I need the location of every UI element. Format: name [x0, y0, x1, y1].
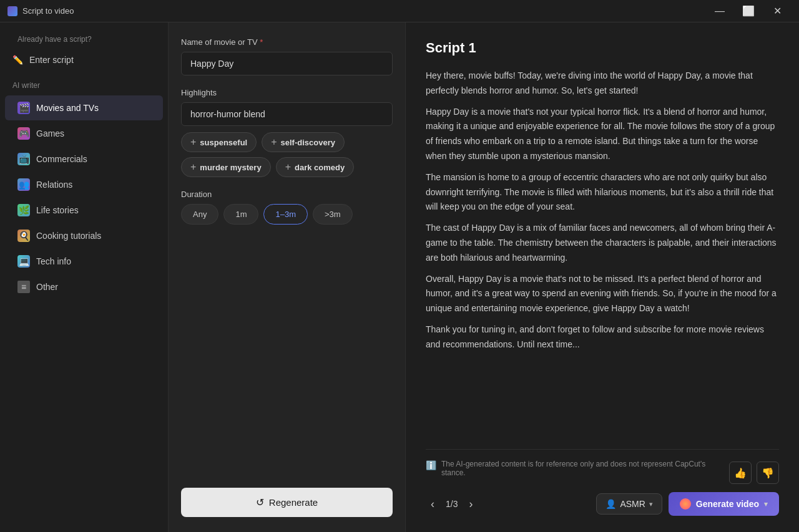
life-icon: 🌿 [17, 204, 30, 216]
sidebar-item-cooking-label: Cooking tutorials [36, 231, 101, 241]
asmr-label: ASMR [620, 499, 645, 509]
required-star: * [260, 37, 263, 47]
cooking-icon: 🍳 [17, 230, 30, 242]
sidebar-item-movies-label: Movies and TVs [36, 103, 99, 113]
info-icon: ℹ️ [426, 460, 436, 470]
script-para-3: The mansion is home to a group of eccent… [426, 170, 779, 215]
duration-3m-plus-button[interactable]: >3m [313, 204, 353, 225]
script-title: Script 1 [426, 40, 779, 56]
chevron-down-icon: ▾ [649, 500, 653, 508]
sidebar: Already have a script? ✏️ Enter script A… [0, 22, 169, 532]
thumbs-down-icon: 👎 [762, 467, 774, 479]
sidebar-item-other-label: Other [36, 282, 58, 292]
middle-panel: Name of movie or TV * Highlights + suspe… [169, 22, 406, 532]
window-title: Script to video [22, 6, 74, 16]
commercials-icon: 📺 [17, 153, 30, 165]
regenerate-icon: ↺ [256, 496, 264, 508]
thumbs-down-button[interactable]: 👎 [757, 462, 779, 484]
script-footer: ℹ️ The AI-generated content is for refer… [426, 449, 779, 532]
ai-notice-text: The AI-generated content is for referenc… [441, 460, 729, 477]
sidebar-item-commercials-label: Commercials [36, 154, 87, 164]
sidebar-item-cooking[interactable]: 🍳 Cooking tutorials [5, 223, 163, 248]
sidebar-item-games[interactable]: 🎮 Games [5, 121, 163, 146]
sidebar-item-life-label: Life stories [36, 205, 79, 215]
asmr-button[interactable]: 👤 ASMR ▾ [596, 493, 662, 515]
sidebar-item-other[interactable]: ≡ Other [5, 274, 163, 299]
enter-script-section: Already have a script? ✏️ Enter script [0, 35, 168, 81]
relations-icon: 👥 [17, 178, 30, 191]
generate-chevron-icon: ▾ [764, 500, 768, 508]
highlights-field-group: Highlights + suspenseful + self-discover… [181, 88, 393, 177]
generate-label: Generate video [696, 499, 759, 509]
script-nav-row: ‹ 1/3 › 👤 ASMR ▾ Generate video [426, 486, 779, 522]
nav-prev-button[interactable]: ‹ [426, 495, 439, 513]
sidebar-item-tech-label: Tech info [36, 256, 71, 266]
already-have-script-label: Already have a script? [5, 35, 163, 49]
sidebar-item-movies[interactable]: 🎬 Movies and TVs [5, 95, 163, 120]
tag-plus-icon-2: + [271, 137, 277, 148]
ai-writer-label: AI writer [0, 81, 168, 95]
thumbs-up-button[interactable]: 👍 [729, 462, 752, 484]
duration-section: Duration Any 1m 1–3m >3m [181, 190, 393, 225]
tag-dark-comedy[interactable]: + dark comedy [276, 157, 355, 177]
tag-plus-icon-4: + [285, 162, 291, 173]
script-para-2: Happy Day is a movie that's not your typ… [426, 105, 779, 164]
sidebar-item-life[interactable]: 🌿 Life stories [5, 198, 163, 223]
sidebar-item-games-label: Games [36, 128, 64, 138]
tech-icon: 💻 [17, 255, 30, 268]
enter-script-label: Enter script [29, 55, 74, 65]
thumbs-up-icon: 👍 [734, 467, 747, 479]
movie-name-input[interactable] [181, 52, 393, 75]
regenerate-button[interactable]: ↺ Regenerate [181, 488, 393, 517]
ai-notice: ℹ️ The AI-generated content is for refer… [426, 460, 729, 477]
other-icon: ≡ [17, 281, 30, 293]
duration-label: Duration [181, 190, 393, 199]
sidebar-item-relations[interactable]: 👥 Relations [5, 172, 163, 197]
regenerate-btn-container: ↺ Regenerate [181, 488, 393, 517]
asmr-icon: 👤 [605, 499, 616, 509]
nav-next-button[interactable]: › [464, 495, 478, 513]
highlights-input[interactable] [181, 102, 393, 126]
sidebar-item-tech[interactable]: 💻 Tech info [5, 249, 163, 274]
tag-murder-mystery-label: murder mystery [200, 163, 261, 172]
main-layout: Already have a script? ✏️ Enter script A… [0, 22, 799, 532]
close-button[interactable]: ✕ [763, 0, 792, 22]
name-field-group: Name of movie or TV * [181, 37, 393, 75]
title-bar-left: Script to video [7, 6, 74, 16]
sidebar-item-commercials[interactable]: 📺 Commercials [5, 147, 163, 172]
duration-buttons: Any 1m 1–3m >3m [181, 204, 393, 225]
minimize-button[interactable]: — [705, 0, 734, 22]
script-para-1: Hey there, movie buffs! Today, we're div… [426, 69, 779, 99]
tag-suspenseful-label: suspenseful [200, 138, 247, 147]
regenerate-label: Regenerate [269, 497, 318, 508]
tag-murder-mystery[interactable]: + murder mystery [181, 157, 271, 177]
duration-any-button[interactable]: Any [181, 204, 218, 225]
script-para-4: The cast of Happy Day is a mix of famili… [426, 221, 779, 265]
nav-page-indicator: 1/3 [446, 499, 458, 509]
duration-1-3m-button[interactable]: 1–3m [263, 204, 308, 225]
nav-arrows: ‹ 1/3 › [426, 495, 478, 513]
tag-plus-icon: + [190, 137, 196, 148]
right-actions: 👤 ASMR ▾ Generate video ▾ [596, 492, 779, 516]
generate-video-button[interactable]: Generate video ▾ [669, 492, 779, 516]
script-panel: Script 1 Hey there, movie buffs! Today, … [406, 22, 799, 532]
tag-dark-comedy-label: dark comedy [295, 163, 345, 172]
window-controls: — ⬜ ✕ [705, 0, 792, 22]
maximize-button[interactable]: ⬜ [734, 0, 763, 22]
script-para-5: Overall, Happy Day is a movie that's not… [426, 272, 779, 316]
tag-self-discovery[interactable]: + self-discovery [262, 132, 345, 152]
enter-script-button[interactable]: ✏️ Enter script [5, 49, 163, 71]
games-icon: 🎮 [17, 127, 30, 140]
pencil-icon: ✏️ [12, 55, 23, 65]
script-content: Hey there, movie buffs! Today, we're div… [426, 69, 779, 449]
tag-suspenseful[interactable]: + suspenseful [181, 132, 257, 152]
generate-icon [680, 498, 691, 510]
duration-1m-button[interactable]: 1m [223, 204, 258, 225]
script-para-6: Thank you for tuning in, and don't forge… [426, 322, 779, 352]
highlights-tags: + suspenseful + self-discovery + murder … [181, 132, 393, 177]
name-field-label: Name of movie or TV * [181, 37, 393, 47]
highlights-label: Highlights [181, 88, 393, 97]
tag-plus-icon-3: + [190, 162, 196, 173]
feedback-icons: 👍 👎 [729, 462, 779, 484]
sidebar-item-relations-label: Relations [36, 180, 72, 190]
